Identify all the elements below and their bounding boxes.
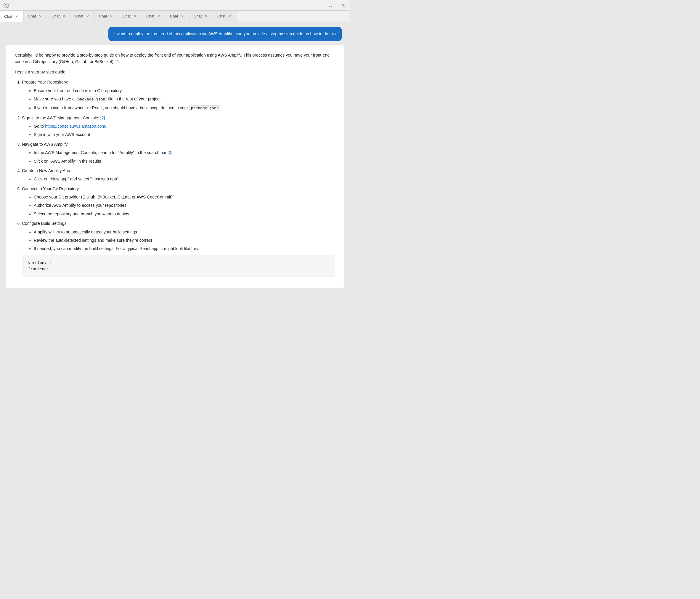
step-4: Create a New Amplify App: Click on "New … — [22, 167, 335, 183]
step-6-title: Configure Build Settings: — [22, 221, 68, 226]
tab-label-7: Chat — [146, 14, 154, 18]
tab-label-8: Chat — [170, 14, 178, 18]
code-version-value: 1 — [49, 261, 51, 265]
new-tab-button[interactable]: + — [237, 11, 247, 22]
tab-close-5[interactable]: ✕ — [109, 14, 114, 18]
step-5-title: Connect to Your Git Repository: — [22, 186, 80, 191]
tab-chat-2[interactable]: Chat ✕ — [24, 11, 47, 22]
step-3-bullet-2: Click on "AWS Amplify" in the results — [34, 158, 335, 164]
step-2-bullet-2: Sign in with your AWS account — [34, 131, 335, 138]
tab-label-10: Chat — [217, 14, 225, 18]
title-bar: ... ✕ — [0, 0, 350, 11]
step-6-bullet-2: Review the auto-detected settings and ma… — [34, 237, 335, 243]
tab-close-6[interactable]: ✕ — [133, 14, 137, 18]
tab-close-7[interactable]: ✕ — [157, 14, 161, 18]
tab-label-3: Chat — [52, 14, 59, 18]
tab-chat-7[interactable]: Chat ✕ — [142, 11, 166, 22]
tab-label-4: Chat — [75, 14, 83, 18]
ref-3-link[interactable]: [3] — [168, 150, 172, 155]
step-6: Configure Build Settings: Amplify will t… — [22, 220, 335, 277]
tab-chat-3[interactable]: Chat ✕ — [47, 11, 71, 22]
package-json-code-2: package.json — [189, 105, 221, 111]
dots-icon: ... — [329, 3, 334, 8]
tab-chat-9[interactable]: Chat ✕ — [190, 11, 213, 22]
step-4-bullet-1: Click on "New app" and select "Host web … — [34, 176, 335, 182]
title-bar-controls: ... ✕ — [328, 2, 346, 8]
app-icon-inner — [5, 4, 7, 6]
package-json-code-1: package.json — [76, 97, 107, 102]
step-5-bullet-2: Authorize AWS Amplify to access your rep… — [34, 202, 335, 209]
more-options-button[interactable]: ... — [328, 2, 335, 8]
step-1: Prepare Your Repository: Ensure your fro… — [22, 79, 335, 112]
step-2-bullets: Go to https://console.aws.amazon.com/ Si… — [34, 123, 335, 138]
steps-list: Prepare Your Repository: Ensure your fro… — [22, 79, 335, 277]
tab-close-2[interactable]: ✕ — [38, 14, 42, 18]
title-bar-left — [4, 3, 9, 8]
step-1-bullet-1: Ensure your front-end code is in a Git r… — [34, 88, 335, 94]
ref-1-link[interactable]: [1] — [116, 59, 121, 64]
step-5: Connect to Your Git Repository: Choose y… — [22, 186, 335, 217]
step-4-title: Create a New Amplify App: — [22, 168, 71, 173]
tab-close-8[interactable]: ✕ — [180, 14, 184, 18]
step-6-bullet-1: Amplify will try to automatically detect… — [34, 229, 335, 235]
step-5-bullet-1: Choose your Git provider (GitHub, BitBuc… — [34, 194, 335, 200]
assistant-intro: Certainly! I'd be happy to provide a ste… — [15, 52, 335, 65]
app-icon — [4, 3, 9, 8]
user-message-text: I want to deploy the front end of this a… — [114, 31, 336, 36]
step-6-bullet-3: If needed, you can modify the build sett… — [34, 245, 335, 252]
tab-chat-1[interactable]: Chat ✕ — [0, 11, 24, 22]
step-2-title: Sign in to the AWS Management Console: — [22, 116, 100, 120]
tab-label-6: Chat — [123, 14, 131, 18]
step-2-bullet-1: Go to https://console.aws.amazon.com/ — [34, 123, 335, 129]
tab-close-10[interactable]: ✕ — [228, 14, 232, 18]
step-3-title: Navigate to AWS Amplify: — [22, 142, 69, 147]
step-5-bullet-3: Select the repository and branch you wan… — [34, 211, 335, 217]
ref-2-link[interactable]: [2] — [100, 116, 105, 120]
step-3: Navigate to AWS Amplify: In the AWS Mana… — [22, 141, 335, 164]
code-line-2: frontend: — [28, 266, 329, 272]
tab-chat-8[interactable]: Chat ✕ — [166, 11, 190, 22]
step-2: Sign in to the AWS Management Console: [… — [22, 115, 335, 138]
tab-close-3[interactable]: ✕ — [62, 14, 66, 18]
user-message: I want to deploy the front end of this a… — [108, 27, 342, 41]
assistant-message: Certainly! I'd be happy to provide a ste… — [6, 45, 344, 288]
step-3-bullet-1: In the AWS Management Console, search fo… — [34, 149, 335, 156]
step-4-bullets: Click on "New app" and select "Host web … — [34, 176, 335, 182]
tabs-bar: Chat ✕ Chat ✕ Chat ✕ Chat ✕ Chat ✕ Chat … — [0, 11, 350, 22]
close-window-button[interactable]: ✕ — [340, 2, 346, 8]
step-1-bullets: Ensure your front-end code is in a Git r… — [34, 88, 335, 112]
step-1-bullet-3: If you're using a framework like React, … — [34, 104, 335, 112]
tab-close-4[interactable]: ✕ — [85, 14, 90, 18]
tab-chat-5[interactable]: Chat ✕ — [95, 11, 119, 22]
main-content: I want to deploy the front end of this a… — [0, 22, 350, 300]
tab-label-2: Chat — [28, 14, 36, 18]
step-1-bullet-2: Make sure you have a package.json file i… — [34, 96, 335, 103]
tab-chat-4[interactable]: Chat ✕ — [71, 11, 95, 22]
step-1-title: Prepare Your Repository: — [22, 80, 68, 85]
code-block: version: 1 frontend: — [22, 255, 335, 278]
aws-console-link[interactable]: https://console.aws.amazon.com/ — [45, 124, 106, 128]
tab-close-1[interactable]: ✕ — [15, 15, 19, 19]
tab-label-1: Chat — [4, 14, 12, 19]
tab-chat-6[interactable]: Chat ✕ — [119, 11, 142, 22]
step-3-bullets: In the AWS Management Console, search fo… — [34, 149, 335, 164]
step-6-bullets: Amplify will try to automatically detect… — [34, 229, 335, 252]
tab-chat-10[interactable]: Chat ✕ — [213, 11, 237, 22]
tab-label-9: Chat — [194, 14, 202, 18]
step-5-bullets: Choose your Git provider (GitHub, BitBuc… — [34, 194, 335, 217]
tab-label-5: Chat — [99, 14, 107, 18]
guide-header: Here's a step-by-step guide: — [15, 69, 335, 75]
code-line-1: version: 1 — [28, 260, 329, 266]
tab-close-9[interactable]: ✕ — [204, 14, 208, 18]
